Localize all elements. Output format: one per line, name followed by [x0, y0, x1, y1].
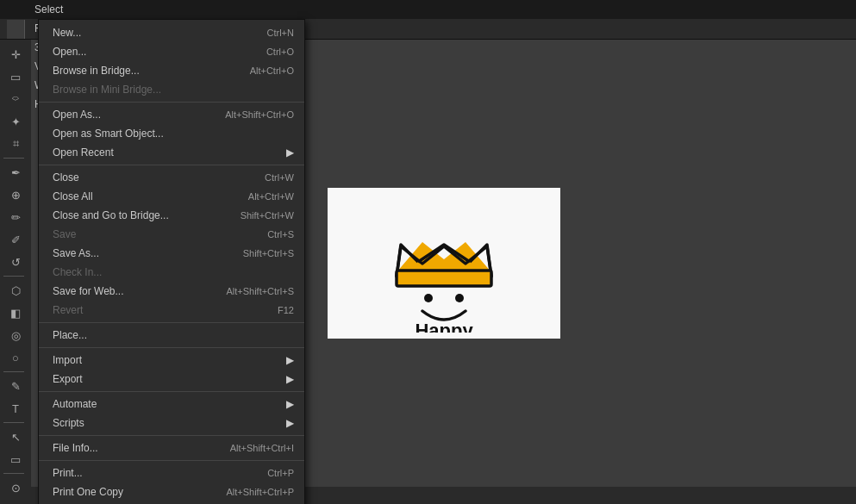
menu-item-open_recent[interactable]: Open Recent▶: [39, 143, 304, 162]
menu-item-label-automate: Automate: [53, 398, 283, 410]
svg-point-4: [424, 294, 433, 302]
menu-shortcut-close_all: Alt+Ctrl+W: [248, 191, 294, 202]
menu-item-label-file_info: File Info...: [53, 442, 213, 454]
menu-item-label-close: Close: [53, 171, 247, 184]
menu-item-label-save_as: Save As...: [53, 247, 226, 259]
toolbar-brush-tool[interactable]: ✏: [3, 206, 28, 228]
toolbar-blur-tool[interactable]: ◎: [3, 324, 28, 346]
menu-item-new[interactable]: New...Ctrl+N: [39, 23, 304, 42]
svg-point-5: [455, 294, 464, 302]
svg-text:Happy: Happy: [415, 320, 473, 333]
menu-item-browse_mini_bridge: Browse in Mini Bridge...: [39, 80, 304, 99]
menu-item-close_all[interactable]: Close AllAlt+Ctrl+W: [39, 187, 304, 206]
menu-item-label-browse_mini_bridge: Browse in Mini Bridge...: [53, 84, 294, 96]
menu-item-label-print: Print...: [53, 467, 250, 479]
menu-shortcut-close: Ctrl+W: [265, 172, 294, 183]
menu-item-browse_in_bridge[interactable]: Browse in Bridge...Alt+Ctrl+O: [39, 61, 304, 80]
menu-item-close[interactable]: CloseCtrl+W: [39, 168, 304, 187]
menu-shortcut-save: Ctrl+S: [267, 229, 294, 240]
menu-item-label-save_for_web: Save for Web...: [53, 285, 209, 297]
toolbar-separator-14: [3, 371, 24, 372]
menu-separator-separator2: [39, 165, 304, 165]
menu-item-save_as[interactable]: Save As...Shift+Ctrl+S: [39, 244, 304, 263]
menu-shortcut-new: Ctrl+N: [267, 28, 294, 38]
menu-separator-separator4: [39, 347, 304, 348]
toolbar-marquee-tool[interactable]: ▭: [3, 65, 28, 88]
menu-item-open_smart_object[interactable]: Open as Smart Object...: [39, 124, 304, 143]
toolbar-separator-16: [3, 422, 24, 423]
menu-item-file_info[interactable]: File Info...Alt+Shift+Ctrl+I: [39, 439, 304, 457]
toolbar-gradient-tool[interactable]: ◧: [3, 302, 28, 324]
menu-item-label-place: Place...: [53, 329, 294, 341]
menu-item-print[interactable]: Print...Ctrl+P: [39, 464, 304, 482]
menu-item-label-save: Save: [53, 228, 250, 240]
toolbar-dodge-tool[interactable]: ○: [3, 346, 28, 369]
menu-shortcut-save_as: Shift+Ctrl+S: [243, 248, 294, 258]
menu-item-revert: RevertF12: [39, 301, 304, 320]
menu-shortcut-browse_in_bridge: Alt+Ctrl+O: [250, 65, 294, 76]
menu-item-label-import: Import: [53, 354, 283, 366]
toolbar-quick-select-tool[interactable]: ✦: [3, 110, 28, 133]
happy-king-svg: Happy: [349, 195, 539, 333]
menu-shortcut-open: Ctrl+O: [266, 47, 294, 57]
toolbar-eyedropper-tool[interactable]: ✒: [3, 161, 28, 184]
menubar-item-select[interactable]: Select: [28, 0, 78, 19]
menu-item-export[interactable]: Export▶: [39, 370, 304, 389]
toolbar-spot-heal-tool[interactable]: ⊕: [3, 184, 28, 206]
menu-item-label-close_all: Close All: [53, 190, 231, 202]
menu-item-automate[interactable]: Automate▶: [39, 395, 304, 414]
submenu-arrow-open_recent: ▶: [286, 146, 294, 159]
menu-item-close_and_go_bridge[interactable]: Close and Go to Bridge...Shift+Ctrl+W: [39, 206, 304, 225]
menu-item-label-browse_in_bridge: Browse in Bridge...: [53, 65, 233, 77]
menu-item-save: SaveCtrl+S: [39, 225, 304, 244]
menu-item-label-export: Export: [53, 373, 283, 385]
menu-shortcut-print_one_copy: Alt+Shift+Ctrl+P: [226, 487, 294, 497]
menu-item-label-open_as: Open As...: [53, 109, 208, 121]
toolbar-path-select-tool[interactable]: ↖: [3, 426, 28, 448]
canvas-image: Happy: [328, 188, 560, 339]
menu-shortcut-save_for_web: Alt+Shift+Ctrl+S: [226, 286, 294, 296]
toolbar-zoom-tool[interactable]: ⊙: [3, 476, 28, 499]
menu-item-label-scripts: Scripts: [53, 417, 283, 429]
submenu-arrow-automate: ▶: [286, 398, 294, 410]
menu-item-scripts[interactable]: Scripts▶: [39, 414, 304, 432]
toolbar-separator-18: [3, 473, 24, 474]
menu-shortcut-print: Ctrl+P: [267, 468, 294, 478]
toolbar-eraser-tool[interactable]: ⬡: [3, 279, 28, 302]
menu-item-save_for_web[interactable]: Save for Web...Alt+Shift+Ctrl+S: [39, 282, 304, 301]
toolbar-text-tool[interactable]: T: [3, 397, 28, 420]
menu-item-label-print_one_copy: Print One Copy: [53, 486, 209, 498]
menu-item-print_one_copy[interactable]: Print One CopyAlt+Shift+Ctrl+P: [39, 482, 304, 501]
menu-item-import[interactable]: Import▶: [39, 351, 304, 370]
menu-item-label-new: New...: [53, 27, 250, 39]
menu-item-open[interactable]: Open...Ctrl+O: [39, 42, 304, 61]
toolbar-shape-tool[interactable]: ▭: [3, 448, 28, 470]
toolbar-hand-tool[interactable]: ✋: [3, 499, 28, 504]
menu-separator-separator5: [39, 391, 304, 392]
toolbar-separator-5: [3, 158, 24, 159]
menu-item-label-open: Open...: [53, 46, 249, 58]
toolbar-lasso-tool[interactable]: ⌔: [3, 88, 28, 110]
menu-separator-separator6: [39, 435, 304, 436]
menu-item-label-open_recent: Open Recent: [53, 146, 283, 159]
submenu-arrow-export: ▶: [286, 373, 294, 385]
menu-shortcut-open_as: Alt+Shift+Ctrl+O: [225, 109, 294, 120]
toolbar-history-tool[interactable]: ↺: [3, 251, 28, 273]
menu-separator-separator1: [39, 102, 304, 103]
ps-logo: [3, 1, 24, 18]
menu-item-label-check_in: Check In...: [53, 266, 294, 278]
svg-rect-2: [397, 271, 491, 286]
submenu-arrow-import: ▶: [286, 354, 294, 366]
rotate-all-windows-tab[interactable]: [7, 20, 25, 39]
toolbar-pen-tool[interactable]: ✎: [3, 375, 28, 397]
menu-shortcut-revert: F12: [278, 305, 294, 315]
menu-shortcut-close_and_go_bridge: Shift+Ctrl+W: [241, 210, 294, 221]
menu-item-open_as[interactable]: Open As...Alt+Shift+Ctrl+O: [39, 105, 304, 124]
menu-item-label-close_and_go_bridge: Close and Go to Bridge...: [53, 209, 223, 221]
toolbar-clone-tool[interactable]: ✐: [3, 228, 28, 251]
left-toolbar: ✛▭⌔✦⌗✒⊕✏✐↺⬡◧◎○✎T↖▭⊙✋↻: [0, 40, 31, 504]
toolbar-move-tool[interactable]: ✛: [3, 43, 28, 65]
toolbar-crop-tool[interactable]: ⌗: [3, 133, 28, 155]
menu-shortcut-file_info: Alt+Shift+Ctrl+I: [230, 443, 294, 453]
menu-item-place[interactable]: Place...: [39, 326, 304, 345]
